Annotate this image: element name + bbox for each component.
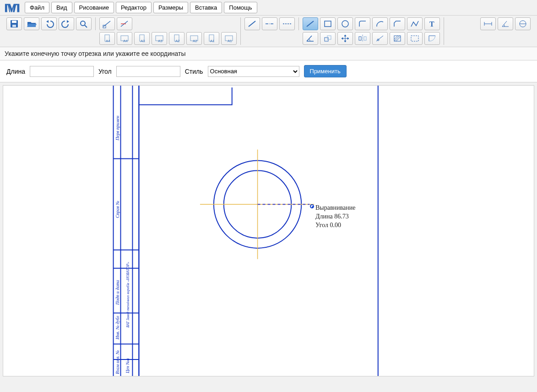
redo-button[interactable]	[59, 17, 74, 30]
tangent-tool[interactable]	[372, 32, 388, 45]
hatch-tool[interactable]	[390, 32, 405, 45]
polyline-tool[interactable]	[407, 17, 423, 30]
break-tool[interactable]	[407, 32, 423, 45]
svg-text:T: T	[429, 20, 434, 28]
trim-button[interactable]	[99, 17, 115, 30]
svg-text:ВАТ Завод технічних виробів «Н: ВАТ Завод технічних виробів «НОВАТОР»	[126, 262, 130, 328]
svg-text:Справ №: Справ №	[115, 201, 120, 218]
page-a4-portrait[interactable]: A4	[99, 32, 115, 45]
page-a1-landscape[interactable]: A1	[221, 32, 237, 45]
angle-label: Угол	[98, 68, 112, 75]
fillet-tool[interactable]	[355, 17, 370, 30]
chamfer-tool[interactable]	[390, 17, 405, 30]
length-input[interactable]	[30, 66, 94, 77]
open-button[interactable]	[24, 17, 39, 30]
svg-text:A4: A4	[123, 39, 128, 43]
page-a2-portrait[interactable]: A2	[169, 32, 184, 45]
svg-line-4	[85, 25, 87, 27]
move-tool[interactable]	[337, 32, 353, 45]
tool-group-linestyle	[241, 17, 299, 30]
style-label: Стиль	[185, 68, 203, 75]
corner-tool[interactable]	[424, 32, 440, 45]
tool-group-file	[3, 17, 96, 30]
angle-input[interactable]	[116, 66, 180, 77]
tool-group-dim	[477, 17, 534, 30]
zoom-button[interactable]	[76, 17, 92, 30]
arc-tool[interactable]	[372, 17, 388, 30]
menu-file[interactable]: Файл	[25, 2, 49, 13]
svg-text:Перв примен: Перв примен	[115, 116, 120, 141]
toolbar: A4 A4 A3 A3 A2 A2 A1 A1 T	[0, 16, 537, 47]
circle-tool[interactable]	[337, 17, 353, 30]
menu-view[interactable]: Вид	[51, 2, 72, 13]
angle-tool[interactable]	[303, 32, 318, 45]
svg-point-3	[81, 21, 85, 26]
menu-insert[interactable]: Вставка	[190, 2, 222, 13]
page-a1-portrait[interactable]: A1	[204, 32, 219, 45]
linestyle-dashdot[interactable]	[262, 17, 277, 30]
svg-text:Цех №а: Цех №а	[125, 358, 130, 374]
dim-circle[interactable]	[515, 17, 531, 30]
extend-button[interactable]	[117, 17, 132, 30]
svg-text:A2: A2	[175, 39, 180, 43]
svg-text:Взам инв. №: Взам инв. №	[115, 350, 120, 374]
app-logo	[3, 2, 23, 13]
svg-text:A4: A4	[106, 39, 110, 43]
cursor-tooltip: Выравнивание Длина 86.73 Угол 0.00	[315, 204, 355, 230]
svg-text:A3: A3	[158, 39, 163, 43]
canvas-area[interactable]: Перв примен Справ № Подп и дата Инв. № д…	[3, 85, 534, 376]
linestyle-dashed[interactable]	[279, 17, 295, 30]
svg-line-40	[394, 36, 398, 39]
svg-text:A1: A1	[228, 39, 232, 43]
save-button[interactable]	[6, 17, 22, 30]
menubar: Файл Вид Рисование Редактор Размеры Вста…	[0, 0, 537, 16]
apply-button[interactable]: Применить	[304, 65, 347, 77]
status-line: Укажите конечную точку отрезка или укажи…	[0, 47, 537, 60]
menu-drawing[interactable]: Рисование	[74, 2, 114, 13]
line-tool[interactable]	[303, 17, 318, 30]
svg-rect-29	[325, 21, 331, 27]
text-tool[interactable]: T	[424, 17, 440, 30]
svg-text:A2: A2	[193, 39, 197, 43]
menu-dimensions[interactable]: Размеры	[153, 2, 188, 13]
dim-angle[interactable]	[498, 17, 513, 30]
page-a3-landscape[interactable]: A3	[152, 32, 167, 45]
page-a3-portrait[interactable]: A3	[134, 32, 150, 45]
svg-text:Подп и дата: Подп и дата	[115, 280, 120, 305]
svg-text:Инв. № дубл: Инв. № дубл	[115, 316, 120, 340]
svg-text:A1: A1	[210, 39, 215, 43]
svg-rect-35	[359, 37, 361, 40]
tooltip-snap: Выравнивание	[315, 204, 355, 212]
linestyle-solid[interactable]	[244, 17, 260, 30]
param-bar: Длина Угол Стиль Основная Применить	[0, 60, 537, 82]
menu-editor[interactable]: Редактор	[116, 2, 152, 13]
svg-line-5	[103, 21, 110, 27]
svg-rect-49	[114, 86, 378, 376]
svg-rect-2	[12, 25, 16, 27]
mirror-tool[interactable]	[355, 32, 370, 45]
offset-tool[interactable]	[320, 32, 336, 45]
svg-rect-36	[364, 37, 366, 40]
svg-rect-43	[411, 36, 418, 41]
svg-line-25	[249, 21, 255, 27]
svg-rect-50	[139, 86, 378, 376]
style-select[interactable]: Основная	[208, 66, 299, 77]
rect-tool[interactable]	[320, 17, 336, 30]
length-label: Длина	[6, 68, 25, 75]
snap-marker	[310, 204, 314, 208]
tooltip-length: Длина 86.73	[315, 212, 355, 221]
tool-group-edit: A4 A4 A3 A3 A2 A2 A1 A1	[96, 17, 241, 45]
undo-button[interactable]	[41, 17, 57, 30]
page-a4-landscape[interactable]: A4	[117, 32, 132, 45]
svg-point-30	[342, 21, 348, 27]
menu-help[interactable]: Помощь	[224, 2, 257, 13]
svg-text:A3: A3	[141, 39, 145, 43]
tooltip-angle: Угол 0.00	[315, 221, 355, 230]
svg-rect-1	[12, 21, 16, 23]
tool-group-draw: T	[299, 17, 444, 45]
dim-horizontal[interactable]	[480, 17, 496, 30]
svg-line-28	[307, 21, 314, 27]
page-a2-landscape[interactable]: A2	[186, 32, 202, 45]
